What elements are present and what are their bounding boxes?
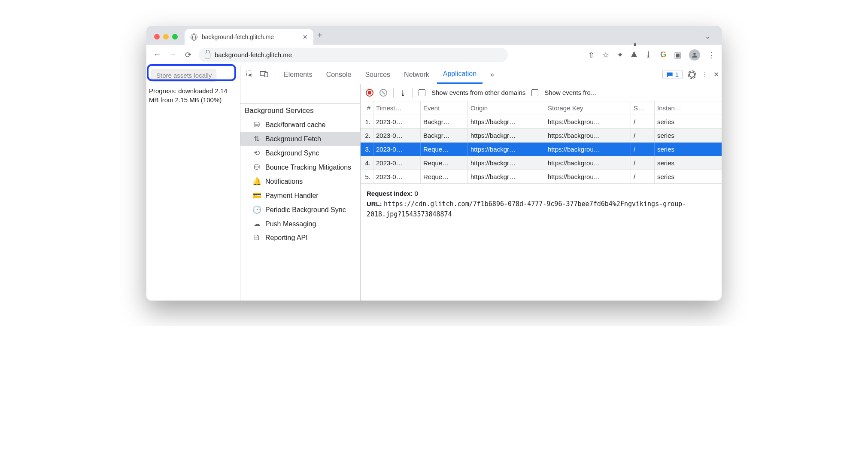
google-icon[interactable]: G <box>660 50 666 59</box>
more-tabs-button[interactable]: » <box>484 65 500 84</box>
col-scope[interactable]: S… <box>631 101 655 115</box>
events-table: # Timest… Event Origin Storage Key S… In… <box>361 101 722 184</box>
omnibox[interactable]: background-fetch.glitch.me <box>199 48 508 62</box>
browser-menu-button[interactable]: ⋮ <box>708 50 716 60</box>
col-instance[interactable]: Instan… <box>655 101 722 115</box>
cell: series <box>655 115 722 128</box>
minimize-window-button[interactable] <box>163 34 169 40</box>
sidebar-item-background-sync[interactable]: ⟲Background Sync <box>240 146 360 160</box>
sidebar-item-background-fetch[interactable]: ⇅Background Fetch <box>240 132 360 146</box>
profile-avatar[interactable] <box>689 49 700 61</box>
card-icon: 💳 <box>252 191 261 200</box>
sidebar-item-back-forward-cache[interactable]: ⛁Back/forward cache <box>240 118 360 132</box>
close-window-button[interactable] <box>154 34 160 40</box>
tabs-menu-button[interactable]: ⌄ <box>699 32 716 45</box>
col-event[interactable]: Event <box>421 101 468 115</box>
cell: https://backgr… <box>468 156 545 170</box>
col-storage-key[interactable]: Storage Key <box>545 101 631 115</box>
cell: https://backgrou… <box>545 143 631 156</box>
save-icon[interactable]: ⭳ <box>400 89 406 96</box>
url-text: background-fetch.glitch.me <box>215 51 292 58</box>
table-row[interactable]: 4.2023-0…Reque…https://backgr…https://ba… <box>361 156 722 170</box>
doc-icon: 🗎 <box>252 234 261 242</box>
sidebar-item-label: Background Sync <box>265 149 319 157</box>
tab-title: background-fetch.glitch.me <box>202 33 274 40</box>
sync-icon: ⟲ <box>252 149 261 158</box>
divider <box>274 69 274 80</box>
cell: https://backgrou… <box>545 170 631 183</box>
clear-button[interactable] <box>379 89 387 97</box>
sidebar-item-payment-handler[interactable]: 💳Payment Handler <box>240 188 360 203</box>
sidebar-item-periodic-background-sync[interactable]: 🕑Periodic Background Sync <box>240 203 360 217</box>
page-pane: Store assets locally Progress: downloade… <box>146 65 240 301</box>
request-index-value: 0 <box>415 190 418 197</box>
devtools-tab-elements[interactable]: Elements <box>278 65 319 84</box>
devtools-tab-console[interactable]: Console <box>320 65 358 84</box>
sidebar-item-bounce-tracking-mitigations[interactable]: ⛁Bounce Tracking Mitigations <box>240 160 360 174</box>
content-area: Store assets locally Progress: downloade… <box>146 65 722 301</box>
cell: / <box>631 129 655 142</box>
sidebar-item-notifications[interactable]: 🔔Notifications <box>240 174 360 188</box>
device-mode-icon[interactable] <box>258 70 270 79</box>
labs-icon[interactable] <box>631 50 637 59</box>
cell: 4. <box>361 156 373 170</box>
forward-button[interactable]: → <box>168 50 177 59</box>
bookmark-icon[interactable]: ☆ <box>602 50 609 60</box>
col-index[interactable]: # <box>361 101 373 115</box>
devtools-tab-application[interactable]: Application <box>437 65 483 84</box>
download-icon[interactable]: ⭳ <box>645 50 653 59</box>
browser-window: background-fetch.glitch.me × + ⌄ ← → ⟳ b… <box>146 26 722 301</box>
devtools-tab-network[interactable]: Network <box>398 65 435 84</box>
col-origin[interactable]: Origin <box>468 101 545 115</box>
settings-icon[interactable] <box>688 70 696 79</box>
sidebar-item-label: Push Messaging <box>265 220 316 228</box>
cell: Reque… <box>421 170 468 183</box>
table-row[interactable]: 3.2023-0…Reque…https://backgr…https://ba… <box>361 143 722 156</box>
reload-button[interactable]: ⟳ <box>183 50 193 60</box>
divider <box>393 88 394 97</box>
share-icon[interactable]: ⇧ <box>588 50 595 60</box>
clock-icon: 🕑 <box>252 205 261 214</box>
cell: 2. <box>361 129 373 142</box>
sidebar-section-heading: Background Services <box>240 104 360 118</box>
browser-tab[interactable]: background-fetch.glitch.me × <box>185 29 313 45</box>
cell: https://backgr… <box>468 115 545 128</box>
close-devtools-button[interactable]: ✕ <box>713 70 719 79</box>
cell: https://backgr… <box>468 143 545 156</box>
cell: series <box>655 170 722 183</box>
sidebar-item-reporting-api[interactable]: 🗎Reporting API <box>240 231 360 245</box>
address-bar: ← → ⟳ background-fetch.glitch.me ⇧ ☆ ✦ ⭳… <box>146 45 722 65</box>
table-row[interactable]: 1.2023-0…Backgr…https://backgr…https://b… <box>361 115 722 129</box>
devtools-tab-strip: ElementsConsoleSourcesNetworkApplication… <box>240 65 722 84</box>
cell: https://backgr… <box>468 129 545 142</box>
new-tab-button[interactable]: + <box>313 30 326 45</box>
cell: / <box>631 143 655 156</box>
reading-list-icon[interactable]: ▣ <box>674 50 681 60</box>
cell: 5. <box>361 170 373 183</box>
cell: Reque… <box>421 143 468 156</box>
main-panel: ⭳ Show events from other domains Show ev… <box>361 84 722 301</box>
devtools-menu-button[interactable]: ⋮ <box>701 70 708 79</box>
record-button[interactable] <box>366 89 373 97</box>
cell: 2023-0… <box>373 129 421 142</box>
back-button[interactable]: ← <box>152 50 162 59</box>
show-events-from-checkbox[interactable] <box>531 89 538 96</box>
maximize-window-button[interactable] <box>172 34 178 40</box>
devtools-tab-sources[interactable]: Sources <box>359 65 396 84</box>
col-timestamp[interactable]: Timest… <box>373 101 421 115</box>
issues-badge[interactable]: 1 <box>662 70 683 79</box>
extensions-icon[interactable]: ✦ <box>617 50 623 60</box>
url-label: URL: <box>367 200 382 207</box>
show-other-domains-label: Show events from other domains <box>431 89 525 96</box>
inspect-icon[interactable] <box>243 70 256 79</box>
progress-text: Progress: downloaded 2.14 MB from 2.15 M… <box>149 87 237 104</box>
show-other-domains-checkbox[interactable] <box>419 89 425 96</box>
cell: Reque… <box>421 156 468 170</box>
cell: / <box>631 156 655 170</box>
table-row[interactable]: 2.2023-0…Backgr…https://backgr…https://b… <box>361 129 722 143</box>
sidebar-item-push-messaging[interactable]: ☁Push Messaging <box>240 217 360 231</box>
table-row[interactable]: 5.2023-0…Reque…https://backgr…https://ba… <box>361 170 722 184</box>
close-tab-icon[interactable]: × <box>303 33 307 42</box>
events-toolbar: ⭳ Show events from other domains Show ev… <box>361 84 722 101</box>
cloud-icon: ☁ <box>252 219 261 228</box>
